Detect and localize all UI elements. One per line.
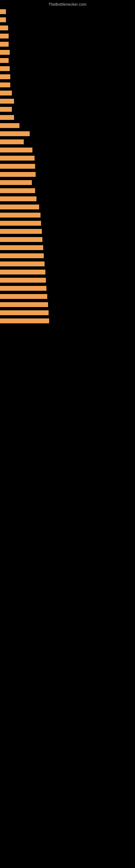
- bar-row: Bottleneck resu: [0, 130, 135, 138]
- bar-row: Bottleneck result: [0, 219, 135, 227]
- bar-label: Bottleneck result: [0, 213, 41, 218]
- bar-row: Bo: [0, 16, 135, 24]
- bar-label: Bottleneck result: [0, 221, 41, 226]
- bar-row: Bott: [0, 65, 135, 73]
- site-title: TheBottlenecker.com: [0, 0, 135, 8]
- bar-row: Bott: [0, 56, 135, 65]
- bar-label: Bo: [0, 9, 6, 14]
- bar-row: Bott: [0, 48, 135, 56]
- bar-label: Bottleneck resu: [0, 131, 30, 136]
- bar-label: Bott: [0, 50, 10, 55]
- bar-row: Bottleneck result: [0, 170, 135, 179]
- bar-row: Bottleneck result: [0, 301, 135, 309]
- bar-label: Bottleneck result: [0, 302, 48, 307]
- bar-label: Bottleneck result: [0, 205, 39, 209]
- bar-label: Bottlen: [0, 99, 14, 104]
- bar-label: Bottleneck result: [0, 196, 37, 201]
- bar-label: Bott: [0, 74, 10, 79]
- bar-row: Bo: [0, 8, 135, 16]
- bar-row: Bottleneck result: [0, 203, 135, 211]
- bar-row: Bott: [0, 24, 135, 32]
- bar-label: Bott: [0, 34, 9, 38]
- bar-label: Bott: [0, 26, 8, 30]
- bar-row: Bottleneck result: [0, 162, 135, 170]
- bar-label: Bottleneck resu: [0, 180, 32, 185]
- bar-label: Bottleneck result: [0, 188, 35, 193]
- bar-row: Bottlen: [0, 113, 135, 122]
- bar-row: Bottleneck result: [0, 284, 135, 292]
- bar-label: Bottleneck result: [0, 286, 46, 291]
- bar-label: Bottle: [0, 91, 12, 95]
- bar-row: Bottleneck result: [0, 211, 135, 219]
- bar-row: Bottle: [0, 105, 135, 113]
- bar-row: Bottleneck result: [0, 260, 135, 268]
- bar-label: Bottle: [0, 107, 12, 112]
- bar-label: Bottlen: [0, 115, 14, 120]
- bar-label: Bott: [0, 42, 9, 46]
- bar-label: Bottleneck result: [0, 172, 36, 177]
- bar-label: Bott: [0, 58, 9, 63]
- bar-row: Bottleneck result: [0, 195, 135, 203]
- bar-label: Bottleneck r: [0, 140, 24, 144]
- bar-row: Bottleneck result: [0, 276, 135, 284]
- bar-label: Bottleneck result: [0, 294, 47, 299]
- bar-row: Bottleneck result: [0, 292, 135, 301]
- bar-label: Bottleneck result: [0, 310, 49, 315]
- bar-row: Bott: [0, 32, 135, 40]
- bar-label: Bott: [0, 66, 10, 71]
- bar-label: Bottleneck result: [0, 164, 35, 169]
- bar-row: Bottleneck result: [0, 268, 135, 276]
- bar-row: Bottleneck result: [0, 317, 135, 325]
- bar-label: Bottleneck result: [0, 261, 45, 267]
- bar-row: Bottleneck result: [0, 309, 135, 317]
- bar-label: Bottleneck result: [0, 318, 49, 323]
- bar-row: Bottleneck: [0, 122, 135, 130]
- bar-row: Bott: [0, 81, 135, 89]
- bar-row: Bottlen: [0, 97, 135, 105]
- bar-label: Bottleneck result: [0, 253, 44, 258]
- bar-label: Bottleneck result: [0, 156, 35, 161]
- bar-label: Bottleneck: [0, 123, 19, 128]
- bar-row: Bottleneck r: [0, 138, 135, 146]
- bar-row: Bott: [0, 73, 135, 81]
- bar-row: Bottleneck result: [0, 244, 135, 252]
- bar-label: Bott: [0, 83, 10, 87]
- bar-row: Bott: [0, 40, 135, 48]
- bar-label: Bottleneck result: [0, 229, 42, 234]
- bar-row: Bottleneck result: [0, 154, 135, 162]
- bar-label: Bo: [0, 18, 6, 22]
- bar-row: Bottleneck resu: [0, 179, 135, 187]
- bar-row: Bottleneck result: [0, 187, 135, 195]
- bar-row: Bottle: [0, 89, 135, 97]
- bar-label: Bottleneck result: [0, 245, 43, 250]
- bar-row: Bottleneck result: [0, 146, 135, 154]
- bar-label: Bottleneck result: [0, 278, 46, 283]
- bars-container: BoBoBottBottBottBottBottBottBottBottBott…: [0, 8, 135, 325]
- bar-row: Bottleneck result: [0, 227, 135, 236]
- bar-label: Bottleneck result: [0, 237, 42, 242]
- bar-row: Bottleneck result: [0, 236, 135, 244]
- bar-row: Bottleneck result: [0, 252, 135, 260]
- bar-label: Bottleneck result: [0, 148, 32, 152]
- bar-label: Bottleneck result: [0, 270, 45, 275]
